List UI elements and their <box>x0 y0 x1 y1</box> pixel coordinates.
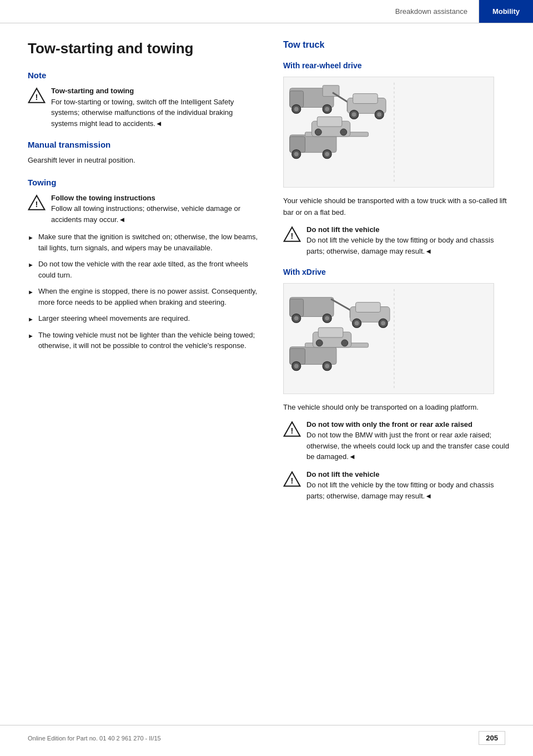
list-item: ► Larger steering wheel movements are re… <box>28 313 261 324</box>
rear-wheel-text: Your vehicle should be transported with … <box>283 195 511 219</box>
svg-point-17 <box>352 112 356 117</box>
list-item: ► When the engine is stopped, there is n… <box>28 286 261 308</box>
note-heading: Note <box>28 70 261 80</box>
warning-triangle-icon-2: ! <box>283 225 301 243</box>
svg-text:!: ! <box>291 231 294 240</box>
bullet-arrow-icon: ► <box>28 233 34 243</box>
page-number: 205 <box>479 731 505 745</box>
xdrive-warning-2: ! Do not lift the vehicle Do not lift th… <box>283 469 511 502</box>
svg-point-42 <box>325 316 329 321</box>
towing-heading: Towing <box>28 178 261 187</box>
svg-rect-44 <box>356 303 381 313</box>
page-title: Tow-starting and towing <box>28 40 261 57</box>
svg-point-58 <box>316 340 323 346</box>
xdrive-warning-1-text: Do not tow with only the front or rear a… <box>306 419 511 462</box>
warning-triangle-icon-3: ! <box>283 420 301 438</box>
svg-point-24 <box>294 152 299 157</box>
note-warning-block: ! Tow-starting and towing For tow-starti… <box>28 85 261 129</box>
towing-warning-block: ! Follow the towing instructions Follow … <box>28 193 261 225</box>
svg-point-9 <box>294 107 299 111</box>
manual-transmission-text: Gearshift lever in neutral position. <box>28 155 261 167</box>
rear-wheel-heading: With rear-wheel drive <box>283 61 511 70</box>
xdrive-tow-image <box>283 283 494 394</box>
bullet-arrow-icon: ► <box>28 288 34 297</box>
footer-text: Online Edition for Part no. 01 40 2 961 … <box>28 735 161 742</box>
list-item: ► Do not tow the vehicle with the rear a… <box>28 259 261 280</box>
bullet-arrow-icon: ► <box>28 315 34 324</box>
warning-triangle-icon-4: ! <box>283 470 301 488</box>
tow-truck-heading: Tow truck <box>283 40 511 50</box>
svg-point-11 <box>325 107 329 111</box>
xdrive-heading: With xDrive <box>283 268 511 276</box>
svg-point-59 <box>341 340 348 346</box>
warning-triangle-icon: ! <box>28 87 46 104</box>
xdrive-warning-1: ! Do not tow with only the front or rear… <box>283 419 511 462</box>
svg-text:!: ! <box>291 426 294 435</box>
mobility-tab: Mobility <box>479 0 533 23</box>
list-item: ► The towing vehicle must not be lighter… <box>28 330 261 351</box>
content-wrapper: Tow-starting and towing Note ! Tow-start… <box>0 23 533 541</box>
svg-point-30 <box>340 129 347 135</box>
note-warning-text: Tow-starting and towing For tow-starting… <box>51 85 261 129</box>
do-not-lift-text-1: Do not lift the vehicle Do not lift the … <box>306 224 511 257</box>
svg-rect-57 <box>318 327 343 337</box>
manual-transmission-heading: Manual transmission <box>28 140 261 149</box>
left-column: Tow-starting and towing Note ! Tow-start… <box>28 40 261 508</box>
xdrive-warning-2-text: Do not lift the vehicle Do not lift the … <box>306 469 511 502</box>
towing-bullet-list: ► Make sure that the ignition is switche… <box>28 231 261 351</box>
svg-point-26 <box>325 152 329 157</box>
svg-point-55 <box>325 364 329 369</box>
svg-point-40 <box>294 316 299 321</box>
svg-text:!: ! <box>36 200 38 209</box>
svg-text:!: ! <box>36 93 38 102</box>
list-item: ► Make sure that the ignition is switche… <box>28 231 261 253</box>
svg-point-29 <box>315 129 321 135</box>
xdrive-text: The vehicle should only be transported o… <box>283 402 511 414</box>
svg-text:!: ! <box>291 476 294 485</box>
svg-point-19 <box>377 112 381 117</box>
svg-point-48 <box>381 321 385 325</box>
svg-rect-15 <box>353 94 378 104</box>
svg-point-46 <box>355 321 359 325</box>
page-footer: Online Edition for Part no. 01 40 2 961 … <box>0 725 533 745</box>
bullet-arrow-icon: ► <box>28 260 34 270</box>
rear-wheel-tow-image <box>283 77 494 188</box>
towing-warning-text: Follow the towing instructions Follow al… <box>51 193 261 225</box>
bullet-arrow-icon: ► <box>28 331 34 341</box>
do-not-lift-warning-1: ! Do not lift the vehicle Do not lift th… <box>283 224 511 257</box>
right-column: Tow truck With rear-wheel drive <box>283 40 511 508</box>
towing-warning-icon: ! <box>28 194 46 211</box>
breadcrumb: Breakdown assistance <box>384 0 479 23</box>
svg-point-53 <box>294 364 299 369</box>
svg-rect-28 <box>317 117 342 127</box>
header-bar: Breakdown assistance Mobility <box>0 0 533 23</box>
